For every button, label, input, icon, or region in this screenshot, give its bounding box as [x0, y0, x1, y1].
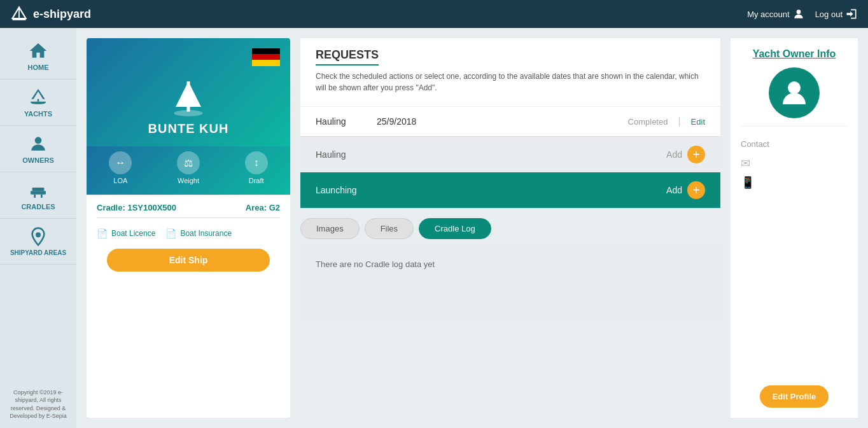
svg-rect-6 — [31, 191, 46, 194]
center-panel: REQUESTS Check the scheduled actions or … — [300, 38, 720, 418]
svg-rect-9 — [41, 195, 43, 198]
sidebar-item-shipyard-areas-label: SHIPYARD AREAS — [10, 249, 66, 256]
ship-docs: 📄 Boat Licence 📄 Boat Insurance — [97, 223, 280, 244]
add-launching-button[interactable]: + — [687, 181, 705, 199]
svg-point-3 — [796, 10, 801, 14]
ship-info: Cradle: 1SY100X500 Area: G2 📄 Boat Licen… — [87, 195, 290, 289]
owner-avatar — [769, 67, 820, 118]
boat-insurance-link[interactable]: 📄 Boat Insurance — [165, 228, 232, 238]
area-info: Area: G2 — [246, 203, 280, 212]
contact-icons: ✉ 📱 — [741, 156, 755, 190]
svg-rect-12 — [187, 81, 190, 112]
add-hauling-button[interactable]: + — [687, 146, 705, 163]
cradle-info: Cradle: 1SY100X500 — [97, 203, 176, 212]
logout-link[interactable]: Log out — [815, 8, 858, 20]
request-status-hauling1: Completed — [628, 117, 668, 127]
add-label-hauling: Add — [666, 149, 682, 160]
stat-loa: ↔ LOA — [109, 151, 132, 184]
ship-card: BUNTE KUH ↔ LOA ⚖ Weight ↕ Draft Cradle — [87, 38, 290, 418]
main-content: BUNTE KUH ↔ LOA ⚖ Weight ↕ Draft Cradle — [76, 28, 868, 428]
edit-ship-button[interactable]: Edit Ship — [107, 249, 270, 272]
topnav-right: My account Log out — [747, 8, 858, 20]
tab-files[interactable]: Files — [365, 218, 414, 239]
sidebar-item-cradles[interactable]: CRADLES — [0, 172, 76, 219]
svg-point-10 — [36, 232, 41, 237]
app-logo: e-shipyard — [10, 5, 91, 23]
boat-licence-label: Boat Licence — [111, 229, 155, 238]
app-name: e-shipyard — [33, 8, 91, 21]
tab-images[interactable]: Images — [300, 218, 360, 239]
tab-cradle-log[interactable]: Cradle Log — [419, 218, 491, 239]
draft-label: Draft — [249, 177, 264, 184]
owner-title: Yacht Owner Info — [753, 48, 836, 60]
ship-name: BUNTE KUH — [148, 121, 229, 136]
sidebar-item-shipyard-areas[interactable]: SHIPYARD AREAS — [0, 219, 76, 265]
separator: | — [678, 116, 680, 127]
request-row-launching: Launching Add + — [300, 172, 720, 208]
edit-profile-button[interactable]: Edit Profile — [760, 385, 829, 408]
add-label-launching: Add — [666, 185, 682, 195]
document-icon2: 📄 — [165, 228, 176, 238]
sidebar-item-owners-label: OWNERS — [22, 156, 54, 164]
sidebar-item-yachts-label: YACHTS — [24, 110, 52, 118]
draft-icon: ↕ — [245, 151, 268, 174]
requests-title: REQUESTS — [316, 48, 379, 66]
ship-meta: Cradle: 1SY100X500 Area: G2 — [97, 203, 280, 212]
cradle-log-empty: There are no Cradle log data yet — [300, 244, 720, 321]
svg-rect-7 — [32, 188, 45, 191]
boat-licence-link[interactable]: 📄 Boat Licence — [97, 228, 155, 238]
sidebar-item-home[interactable]: HOME — [0, 33, 76, 79]
weight-icon: ⚖ — [177, 151, 200, 174]
svg-point-14 — [788, 81, 801, 94]
loa-label: LOA — [113, 177, 127, 184]
loa-icon: ↔ — [109, 151, 132, 174]
request-date-hauling1: 25/9/2018 — [377, 116, 618, 127]
request-edit-link[interactable]: Edit — [691, 117, 705, 127]
my-account-link[interactable]: My account — [747, 8, 804, 20]
request-row-hauling-completed: Hauling 25/9/2018 Completed | Edit — [300, 106, 720, 136]
request-label-hauling2: Hauling — [316, 149, 367, 160]
ship-stats: ↔ LOA ⚖ Weight ↕ Draft — [87, 146, 290, 195]
sidebar-item-yachts[interactable]: YACHTS — [0, 79, 76, 126]
sailboat-icon — [169, 78, 207, 116]
request-add-hauling: Add + — [666, 146, 705, 163]
ship-banner: BUNTE KUH — [87, 38, 290, 146]
svg-point-5 — [35, 137, 42, 144]
weight-label: Weight — [178, 177, 199, 184]
sidebar-footer: Copyright ©2019 e-shipyard, All rights r… — [0, 381, 76, 428]
request-label-launching: Launching — [316, 185, 367, 195]
my-account-label: My account — [747, 10, 789, 19]
german-flag — [252, 48, 280, 66]
svg-rect-8 — [34, 195, 36, 198]
boat-insurance-label: Boat Insurance — [180, 229, 232, 238]
document-icon: 📄 — [97, 228, 108, 238]
svg-point-13 — [174, 110, 203, 116]
request-row-hauling-add: Hauling Add + — [300, 136, 720, 172]
sidebar-item-owners[interactable]: OWNERS — [0, 126, 76, 172]
owner-panel: Yacht Owner Info Contact ✉ 📱 Edit Profil… — [731, 38, 858, 418]
svg-rect-4 — [38, 99, 39, 102]
cradle-log-empty-message: There are no Cradle log data yet — [316, 259, 435, 269]
phone-icon: 📱 — [741, 176, 755, 190]
top-navigation: e-shipyard My account Log out — [0, 0, 868, 28]
logout-label: Log out — [815, 10, 843, 19]
requests-header: REQUESTS Check the scheduled actions or … — [300, 38, 720, 106]
requests-description: Check the scheduled actions or select on… — [316, 71, 705, 93]
sidebar-item-cradles-label: CRADLES — [21, 203, 55, 211]
contact-label: Contact — [741, 139, 769, 149]
stat-weight: ⚖ Weight — [177, 151, 200, 184]
email-icon: ✉ — [741, 156, 755, 170]
sidebar: HOME YACHTS OWNERS CRADLES SHIPYARD AREA… — [0, 28, 76, 428]
request-label-hauling1: Hauling — [316, 116, 367, 127]
stat-draft: ↕ Draft — [245, 151, 268, 184]
request-add-launching: Add + — [666, 181, 705, 199]
tabs-row: Images Files Cradle Log — [300, 208, 720, 244]
sidebar-item-home-label: HOME — [28, 64, 49, 71]
